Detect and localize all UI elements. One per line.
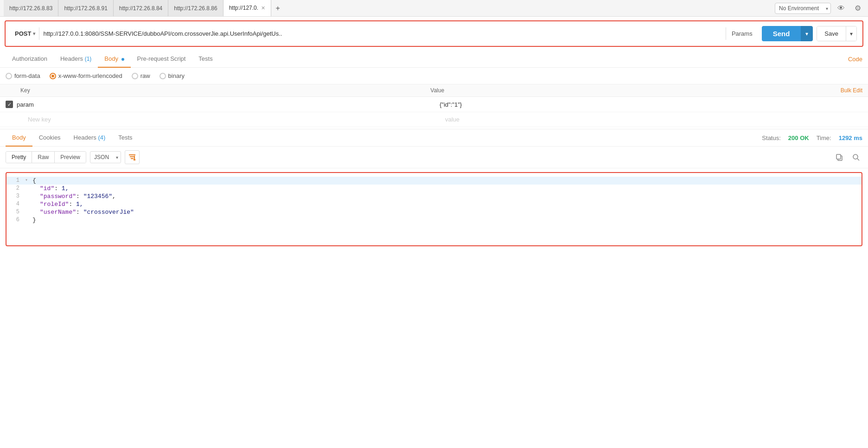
svg-point-6 [853,154,858,159]
time-value: 1292 ms [839,134,862,141]
kv-new-key-input[interactable]: New key [17,116,445,123]
bulk-edit-button[interactable]: Bulk Edit [841,87,862,94]
format-selector-wrapper: JSON [90,151,121,163]
environment-selector-wrapper: No Environment [775,3,831,14]
tab-label: http://172.26.8.86 [174,5,217,12]
format-select[interactable]: JSON [90,151,121,163]
send-dropdown-arrow[interactable]: ▾ [801,26,813,41]
tab-label: http://172.26.8.91 [64,5,107,12]
kv-key-param[interactable]: param [17,101,440,108]
json-line-2: 2 "id": 1, [6,185,862,192]
copy-icon[interactable] [833,151,846,164]
body-type-selection: form-data x-www-form-urlencoded raw bina… [0,68,868,84]
tab-authorization[interactable]: Authorization [6,51,54,68]
method-dropdown-arrow: ▾ [33,31,35,36]
line-number-6: 6 [6,217,25,223]
kv-table-header: Key Value Bulk Edit [0,84,868,97]
kv-key-header: Key [6,87,430,94]
radio-raw[interactable] [132,73,138,79]
kv-new-value-input[interactable]: value [445,116,862,123]
line-content-3: "password": "123456", [32,193,862,200]
kv-value-header: Value [430,87,840,94]
code-link[interactable]: Code [848,56,862,63]
view-pretty-button[interactable]: Pretty [6,152,32,163]
response-tab-headers[interactable]: Headers (4) [67,129,112,147]
method-label: POST [15,30,31,37]
search-icon[interactable] [849,151,862,164]
body-type-form-data[interactable]: form-data [6,72,40,79]
view-preview-button[interactable]: Preview [55,152,86,163]
kv-value-param[interactable]: {"id":"1"} [440,101,862,108]
eye-icon[interactable]: 👁 [835,2,848,15]
body-active-dot [121,58,124,61]
body-type-binary[interactable]: binary [160,72,185,79]
json-response-area: 1 ▾ { 2 "id": 1, 3 "password": "123456",… [6,172,862,246]
tab-127-0[interactable]: http://127.0. ✕ [223,0,271,17]
line-content-5: "userName": "crossoverJie" [32,209,862,216]
json-line-3: 3 "password": "123456", [6,192,862,200]
line-number-5: 5 [6,209,25,215]
tab-label: http://172.26.8.83 [9,5,52,12]
headers-count-badge: (4) [98,134,105,141]
response-tab-tests[interactable]: Tests [112,129,139,147]
save-dropdown-arrow[interactable]: ▾ [846,26,856,41]
tab-172-26-8-86[interactable]: http://172.26.8.86 [168,0,223,17]
body-type-urlencoded[interactable]: x-www-form-urlencoded [50,72,122,79]
params-button[interactable]: Params [726,27,758,40]
radio-binary[interactable] [160,73,166,79]
json-line-4: 4 "roleId": 1, [6,200,862,208]
line-number-2: 2 [6,185,25,192]
headers-badge: (1) [85,56,92,62]
response-section: Body Cookies Headers (4) Tests Status: 2… [0,129,868,246]
line-content-6: } [32,217,862,224]
environment-select[interactable]: No Environment [775,3,831,14]
json-line-1: 1 ▾ { [6,177,862,185]
view-raw-button[interactable]: Raw [32,152,55,163]
send-button[interactable]: Send [762,26,801,41]
gear-icon[interactable]: ⚙ [851,2,864,15]
tab-close-icon[interactable]: ✕ [261,5,265,11]
tab-172-26-8-83[interactable]: http://172.26.8.83 [4,0,58,17]
tabs-bar: http://172.26.8.83 http://172.26.8.91 ht… [0,0,868,17]
time-label: Time: [817,134,831,141]
tab-add-button[interactable]: + [271,2,284,15]
request-tabs: Authorization Headers (1) Body Pre-reque… [0,51,868,68]
view-mode-selector: Pretty Raw Preview [6,151,86,163]
tab-headers[interactable]: Headers (1) [54,51,98,68]
tab-body[interactable]: Body [98,51,130,68]
tab-pre-request[interactable]: Pre-request Script [131,51,192,68]
kv-row-param: param {"id":"1"} [0,97,868,112]
line-number-3: 3 [6,193,25,199]
tab-tests[interactable]: Tests [192,51,219,68]
kv-new-row: New key value [0,112,868,127]
response-tab-cookies[interactable]: Cookies [32,129,67,147]
save-button[interactable]: Save [817,26,846,41]
response-tabs-bar: Body Cookies Headers (4) Tests Status: 2… [0,129,868,147]
tab-172-26-8-91[interactable]: http://172.26.8.91 [58,0,113,17]
kv-row-checkbox[interactable] [6,101,13,108]
url-input[interactable] [43,30,721,37]
collapse-arrow-1[interactable]: ▾ [25,177,32,183]
filter-icon[interactable] [125,150,140,164]
body-type-raw[interactable]: raw [132,72,150,79]
save-button-group: Save ▾ [817,26,857,41]
svg-line-7 [857,159,859,160]
response-status-bar: Status: 200 OK Time: 1292 ms [762,134,862,141]
url-bar: POST ▾ Params Send ▾ Save ▾ [5,20,863,47]
tab-label: http://172.26.8.84 [119,5,162,12]
tab-172-26-8-84[interactable]: http://172.26.8.84 [114,0,168,17]
radio-urlencoded[interactable] [50,73,56,79]
method-select[interactable]: POST ▾ [11,27,39,40]
tabs-right-controls: No Environment 👁 ⚙ [775,2,864,15]
toolbar-right-icons [833,151,862,164]
radio-form-data[interactable] [6,73,12,79]
status-value: 200 OK [788,134,809,141]
json-line-6: 6 } [6,216,862,224]
response-toolbar: Pretty Raw Preview JSON [0,147,868,168]
send-button-group: Send ▾ [762,26,813,41]
svg-rect-5 [836,154,841,159]
line-number-1: 1 [6,177,25,184]
json-line-5: 5 "userName": "crossoverJie" [6,208,862,216]
response-tab-body[interactable]: Body [6,129,32,147]
tab-label: http://127.0. [229,5,258,11]
